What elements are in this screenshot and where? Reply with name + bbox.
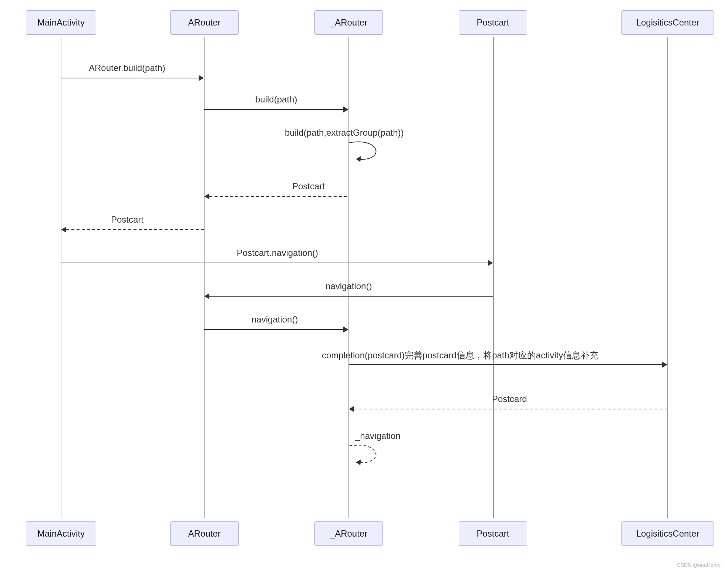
message-label: Postcard [492, 394, 527, 404]
message-arrow-return [209, 196, 348, 197]
participant-logisiticscenter-bottom: LogisiticsCenter [621, 521, 714, 546]
arrow-head-icon [204, 293, 209, 299]
message-arrow [61, 263, 488, 263]
participant-mainactivity-bottom: MainActivity [26, 521, 96, 546]
arrow-head-icon [662, 362, 667, 368]
message-arrow [204, 109, 343, 110]
participant-label: Postcart [476, 528, 509, 538]
message-label: navigation() [326, 281, 372, 291]
arrow-head-icon [349, 406, 354, 412]
lifeline-mainactivity [61, 37, 61, 518]
participant-label: Postcart [476, 17, 509, 27]
arrow-head-icon [199, 75, 204, 81]
message-label: Postcart [111, 214, 144, 225]
message-label: build(path,extractGroup(path)) [285, 128, 404, 138]
svg-marker-0 [356, 156, 361, 162]
lifeline-postcart [493, 37, 494, 518]
participant-label: LogisiticsCenter [636, 528, 700, 538]
message-label: completion(postcard)完善postcard信息，将path对应… [322, 349, 599, 361]
participant-label: ARouter [188, 528, 220, 538]
arrow-head-icon [204, 193, 209, 199]
message-arrow [209, 296, 493, 297]
participant-label: _ARouter [330, 528, 367, 538]
self-loop-icon [348, 141, 393, 166]
arrow-head-icon [488, 260, 493, 266]
message-label: navigation() [252, 314, 298, 325]
arrow-head-icon [343, 327, 348, 332]
participant-arouter-bottom: ARouter [170, 521, 239, 546]
participant-mainactivity-top: MainActivity [26, 10, 96, 35]
participant-logisiticscenter-top: LogisiticsCenter [621, 10, 714, 35]
message-label: build(path) [255, 94, 297, 105]
participant-label: LogisiticsCenter [636, 17, 700, 27]
message-label: Postcart [292, 181, 325, 192]
arrow-head-icon [61, 227, 66, 233]
arrow-head-icon [343, 107, 348, 112]
message-label: _navigation [355, 431, 401, 441]
participant-label: _ARouter [330, 17, 367, 27]
participant-label: ARouter [188, 17, 220, 27]
message-arrow [61, 78, 199, 78]
svg-marker-1 [356, 459, 361, 465]
participant-postcart-top: Postcart [459, 10, 527, 35]
participant-_arouter-bottom: _ARouter [314, 521, 383, 546]
participant-postcart-bottom: Postcart [459, 521, 527, 546]
lifeline-logisiticscenter [667, 37, 668, 518]
participant-_arouter-top: _ARouter [314, 10, 383, 35]
watermark: CSDN @neuHenry [677, 562, 721, 568]
participant-arouter-top: ARouter [170, 10, 239, 35]
message-arrow-return [66, 229, 204, 230]
message-arrow-return [354, 409, 667, 409]
message-arrow [349, 364, 662, 365]
message-label: Postcart.navigation() [237, 248, 318, 258]
participant-label: MainActivity [37, 528, 85, 538]
message-label: ARouter.build(path) [89, 63, 165, 73]
self-loop-icon [348, 444, 393, 470]
participant-label: MainActivity [37, 17, 85, 27]
message-arrow [204, 329, 343, 330]
